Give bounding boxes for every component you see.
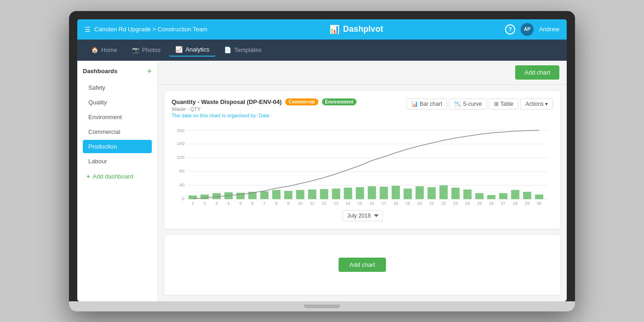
nav-item-analytics[interactable]: 📈 Analytics xyxy=(169,43,216,57)
chart-subtitle: Waste - QTY xyxy=(172,106,356,112)
hamburger-icon[interactable]: ☰ xyxy=(85,26,91,33)
chart-meta-prefix: The data on this chart is organised by: xyxy=(172,113,258,118)
nav-item-photos[interactable]: 📷 Photos xyxy=(126,44,167,56)
s-curve-button[interactable]: 📉 S-curve xyxy=(449,98,487,109)
chart-title-area: Quantity - Waste Disposal (DP-ENV-04) Co… xyxy=(172,98,356,118)
templates-icon: 📄 xyxy=(224,46,231,53)
chart-svg: 0 40 80 120 160 200 xyxy=(172,122,553,205)
analytics-icon: 📈 xyxy=(175,46,183,53)
bar-chart-icon: 📊 xyxy=(411,101,418,107)
svg-rect-32 xyxy=(427,187,436,199)
svg-text:6: 6 xyxy=(251,201,253,204)
svg-text:11: 11 xyxy=(310,201,315,204)
user-name: Andrew xyxy=(539,26,559,33)
svg-rect-40 xyxy=(523,191,531,199)
help-button[interactable]: ? xyxy=(505,24,515,34)
svg-rect-27 xyxy=(368,186,376,199)
nav-bar: 🏠 Home 📷 Photos 📈 Analytics 📄 Templates xyxy=(77,40,567,61)
nav-label-photos: Photos xyxy=(142,46,161,53)
content-toolbar: Add chart xyxy=(158,61,567,85)
sidebar-add-button[interactable]: + xyxy=(147,67,152,75)
sidebar-item-quality[interactable]: Quality xyxy=(83,96,152,109)
add-dashboard-icon: + xyxy=(86,173,90,180)
svg-rect-16 xyxy=(236,192,245,199)
svg-text:20: 20 xyxy=(417,201,422,204)
svg-rect-13 xyxy=(201,194,209,199)
svg-rect-35 xyxy=(463,189,472,199)
svg-text:13: 13 xyxy=(334,201,339,204)
top-bar-right: ? AP Andrew xyxy=(505,23,559,36)
nav-label-home: Home xyxy=(101,46,117,53)
svg-rect-22 xyxy=(308,189,316,199)
svg-text:3: 3 xyxy=(215,201,218,204)
top-bar: ☰ Camden Rd Upgrade > Construction Team … xyxy=(77,19,567,40)
add-chart-button[interactable]: Add chart xyxy=(515,65,559,80)
svg-rect-24 xyxy=(332,188,340,199)
sidebar: Dashboards + Safety Quality Environment … xyxy=(77,61,158,301)
svg-text:19: 19 xyxy=(405,201,410,204)
svg-text:14: 14 xyxy=(346,201,351,204)
s-curve-icon: 📉 xyxy=(454,101,461,107)
svg-rect-33 xyxy=(439,185,448,199)
svg-rect-26 xyxy=(356,187,364,199)
app-title: Dashplvot xyxy=(343,24,383,34)
avatar: AP xyxy=(521,23,534,36)
actions-button[interactable]: Actions ▾ xyxy=(520,98,553,109)
empty-chart-card: Add chart xyxy=(164,235,560,295)
sidebar-item-labour[interactable]: Labour xyxy=(83,155,152,168)
svg-text:120: 120 xyxy=(177,155,184,160)
svg-text:29: 29 xyxy=(525,201,529,204)
add-dashboard-button[interactable]: + Add dashboard xyxy=(83,170,152,183)
sidebar-item-production[interactable]: Production xyxy=(83,140,152,153)
svg-rect-14 xyxy=(213,193,221,199)
sidebar-item-environment[interactable]: Environment xyxy=(83,110,152,124)
svg-rect-39 xyxy=(511,190,519,199)
chart-title-row: Quantity - Waste Disposal (DP-ENV-04) Co… xyxy=(172,98,356,105)
svg-text:9: 9 xyxy=(287,201,289,204)
svg-text:1: 1 xyxy=(191,201,194,204)
svg-rect-37 xyxy=(487,195,495,199)
svg-rect-41 xyxy=(535,194,543,199)
nav-item-home[interactable]: 🏠 Home xyxy=(85,44,124,56)
svg-rect-29 xyxy=(391,185,400,199)
bar-chart-button[interactable]: 📊 Bar chart xyxy=(406,98,448,109)
sidebar-item-safety[interactable]: Safety xyxy=(83,81,152,94)
breadcrumb: Camden Rd Upgrade > Construction Team xyxy=(94,26,207,33)
nav-label-templates: Templates xyxy=(234,46,261,53)
app-title-area: 📊 Dashplvot xyxy=(207,24,505,34)
svg-rect-36 xyxy=(475,193,483,199)
badge-environment: Environment xyxy=(322,98,356,105)
chart-meta: The data on this chart is organised by: … xyxy=(172,113,356,118)
svg-rect-28 xyxy=(380,186,388,199)
svg-text:7: 7 xyxy=(263,201,265,204)
empty-add-chart-button[interactable]: Add chart xyxy=(339,258,386,272)
svg-text:200: 200 xyxy=(177,128,184,133)
svg-text:27: 27 xyxy=(501,201,506,204)
svg-text:40: 40 xyxy=(179,182,185,187)
chart-meta-field: Date xyxy=(259,113,270,118)
svg-text:4: 4 xyxy=(227,201,230,204)
table-button[interactable]: ⊞ Table xyxy=(489,98,519,109)
svg-rect-34 xyxy=(451,187,460,199)
svg-rect-30 xyxy=(403,188,412,199)
chart-card: Quantity - Waste Disposal (DP-ENV-04) Co… xyxy=(164,91,560,229)
svg-text:160: 160 xyxy=(177,141,184,146)
chart-svg-container: 0 40 80 120 160 200 xyxy=(172,122,553,207)
app-logo-icon: 📊 xyxy=(329,24,339,34)
nav-label-analytics: Analytics xyxy=(185,46,209,53)
svg-text:24: 24 xyxy=(465,201,470,204)
svg-text:25: 25 xyxy=(477,201,482,204)
svg-text:28: 28 xyxy=(513,201,518,204)
svg-text:26: 26 xyxy=(489,201,494,204)
sidebar-item-commercial[interactable]: Commercial xyxy=(83,125,152,138)
date-select[interactable]: July 2018 xyxy=(342,210,383,221)
svg-text:16: 16 xyxy=(369,201,374,204)
content-area: Add chart Quantity - Waste Disposal (DP-… xyxy=(158,61,567,301)
main-layout: Dashboards + Safety Quality Environment … xyxy=(77,61,567,301)
nav-item-templates[interactable]: 📄 Templates xyxy=(218,44,268,56)
svg-text:30: 30 xyxy=(537,201,541,204)
laptop-notch xyxy=(304,305,340,308)
svg-rect-18 xyxy=(260,191,269,199)
svg-text:5: 5 xyxy=(239,201,242,204)
svg-text:80: 80 xyxy=(179,168,185,173)
